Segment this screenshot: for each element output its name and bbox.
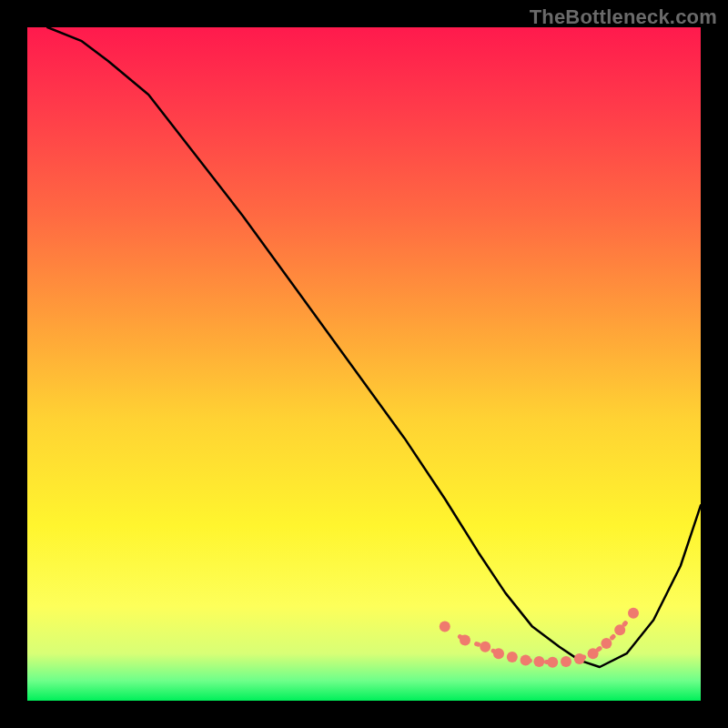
svg-point-7 <box>547 657 558 668</box>
watermark-text: TheBottleneck.com <box>530 5 717 29</box>
svg-point-13 <box>628 608 639 619</box>
highlight-dots <box>440 608 639 668</box>
svg-point-11 <box>601 638 612 649</box>
svg-point-5 <box>521 655 531 666</box>
svg-point-3 <box>493 648 504 659</box>
svg-point-9 <box>574 653 585 664</box>
svg-point-8 <box>561 656 571 667</box>
svg-point-1 <box>460 634 470 645</box>
curve-line <box>47 27 701 667</box>
chart-container: TheBottleneck.com <box>0 0 728 728</box>
plot-area <box>27 27 701 701</box>
svg-point-12 <box>614 624 625 635</box>
svg-point-6 <box>533 656 544 667</box>
chart-svg <box>27 27 701 701</box>
svg-point-0 <box>440 622 450 632</box>
svg-point-2 <box>480 642 490 652</box>
svg-point-10 <box>588 648 599 659</box>
svg-point-4 <box>507 652 518 662</box>
